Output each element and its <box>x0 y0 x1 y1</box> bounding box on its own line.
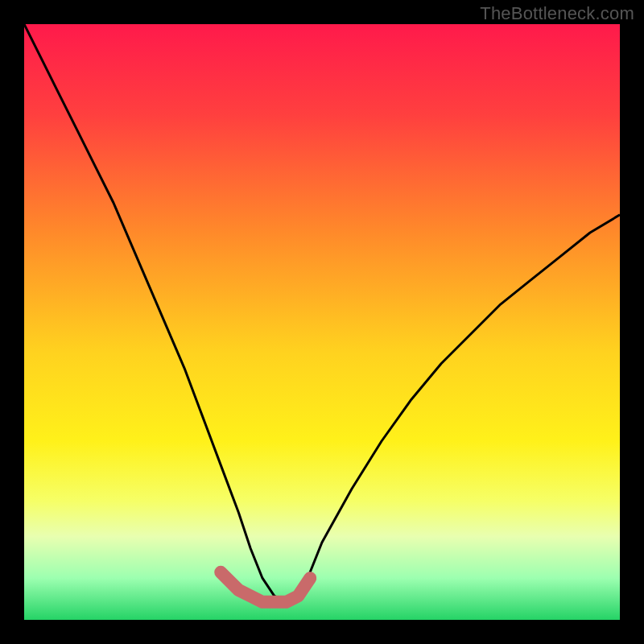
watermark-text: TheBottleneck.com <box>480 3 634 24</box>
bottleneck-chart <box>24 24 620 620</box>
plot-area <box>24 24 620 620</box>
chart-frame: TheBottleneck.com <box>0 0 644 644</box>
gradient-background <box>24 24 620 620</box>
